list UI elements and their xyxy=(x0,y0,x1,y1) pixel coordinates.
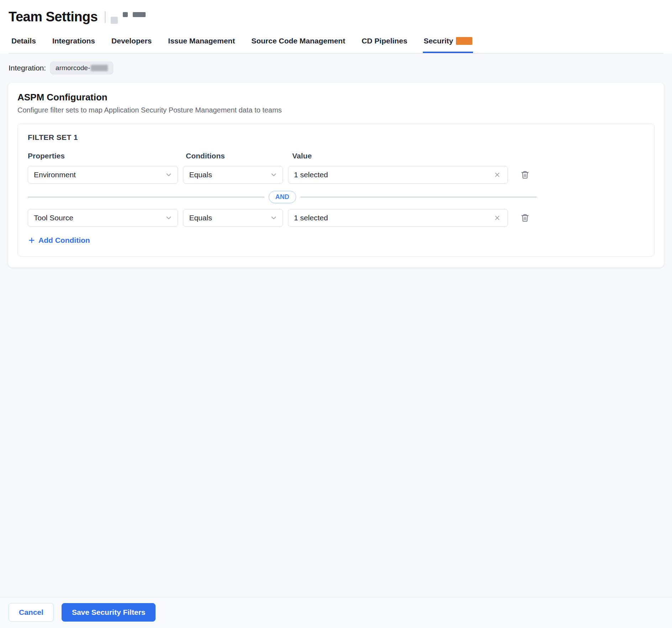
tab-source-code-management[interactable]: Source Code Management xyxy=(251,35,346,53)
aspm-card-subtitle: Configure filter sets to map Application… xyxy=(17,106,655,114)
value-multiselect[interactable]: 1 selected xyxy=(288,209,508,227)
redacted-block xyxy=(123,12,128,17)
redacted-block xyxy=(133,12,146,17)
page-header: Team Settings Details Integrations Devel… xyxy=(0,0,672,54)
redacted-block xyxy=(91,65,108,71)
value-selected-count: 1 selected xyxy=(294,171,328,179)
tab-label: Issue Management xyxy=(168,37,235,45)
clear-icon[interactable] xyxy=(492,169,503,180)
integration-label: Integration: xyxy=(9,64,46,72)
condition-row: Environment Equals 1 selec xyxy=(28,166,537,184)
column-headers: Properties Conditions Value xyxy=(28,152,537,160)
condition-select-value: Equals xyxy=(189,214,212,222)
content-spacer xyxy=(0,268,672,597)
value-selected-count: 1 selected xyxy=(294,214,328,222)
chevron-down-icon xyxy=(165,171,173,179)
redacted-badge xyxy=(456,37,472,45)
property-select[interactable]: Tool Source xyxy=(28,209,178,227)
main-content: Integration: armorcode- ASPM Configurati… xyxy=(0,54,672,268)
filter-set-title: FILTER SET 1 xyxy=(28,133,644,142)
save-security-filters-button[interactable]: Save Security Filters xyxy=(62,603,156,622)
page-title: Team Settings xyxy=(9,9,98,25)
tab-integrations[interactable]: Integrations xyxy=(52,35,96,53)
condition-select-value: Equals xyxy=(189,171,212,179)
filter-set-panel: FILTER SET 1 Properties Conditions Value… xyxy=(17,124,655,257)
title-row: Team Settings xyxy=(9,9,663,25)
integration-chip-text: armorcode- xyxy=(56,64,90,72)
chevron-down-icon xyxy=(270,171,278,179)
row-actions xyxy=(513,169,537,181)
tab-cd-pipelines[interactable]: CD Pipelines xyxy=(361,35,408,53)
divider xyxy=(28,197,264,197)
page: Team Settings Details Integrations Devel… xyxy=(0,0,672,628)
footer-action-bar: Cancel Save Security Filters xyxy=(0,597,672,628)
tab-label: Security xyxy=(424,37,453,45)
tab-label: Integrations xyxy=(52,37,95,45)
add-condition-label: Add Condition xyxy=(38,236,90,245)
redacted-block xyxy=(111,17,118,24)
tab-label: CD Pipelines xyxy=(362,37,407,45)
add-condition-button[interactable]: Add Condition xyxy=(28,236,90,245)
value-column-header: Value xyxy=(292,152,516,160)
property-select-value: Tool Source xyxy=(34,214,73,222)
filter-rows: Properties Conditions Value Environment xyxy=(28,152,537,246)
tab-issue-management[interactable]: Issue Management xyxy=(167,35,236,53)
condition-select[interactable]: Equals xyxy=(183,166,283,184)
and-badge[interactable]: AND xyxy=(269,191,296,203)
tab-bar: Details Integrations Developers Issue Ma… xyxy=(9,35,663,54)
condition-row: Tool Source Equals 1 selec xyxy=(28,209,537,227)
integration-chip[interactable]: armorcode- xyxy=(50,62,113,74)
delete-condition-button[interactable] xyxy=(519,212,531,224)
delete-condition-button[interactable] xyxy=(519,169,531,181)
row-actions xyxy=(513,212,537,224)
aspm-card-title: ASPM Configuration xyxy=(17,92,655,103)
condition-select[interactable]: Equals xyxy=(183,209,283,227)
value-multiselect[interactable]: 1 selected xyxy=(288,166,508,184)
integration-row: Integration: armorcode- xyxy=(8,62,664,76)
conditions-column-header: Conditions xyxy=(186,152,287,160)
and-connector: AND xyxy=(28,191,537,203)
tab-label: Details xyxy=(11,37,36,45)
chevron-down-icon xyxy=(270,214,278,222)
divider xyxy=(105,11,106,23)
trash-icon xyxy=(520,170,530,179)
trash-icon xyxy=(520,213,530,223)
property-select-value: Environment xyxy=(34,171,76,179)
properties-column-header: Properties xyxy=(28,152,181,160)
cancel-button[interactable]: Cancel xyxy=(9,603,54,622)
divider xyxy=(300,197,537,197)
tab-details[interactable]: Details xyxy=(11,35,37,53)
property-select[interactable]: Environment xyxy=(28,166,178,184)
tab-security[interactable]: Security xyxy=(423,35,473,53)
aspm-configuration-card: ASPM Configuration Configure filter sets… xyxy=(8,82,664,268)
tab-label: Developers xyxy=(111,37,152,45)
plus-icon xyxy=(28,236,36,244)
chevron-down-icon xyxy=(165,214,173,222)
tab-developers[interactable]: Developers xyxy=(111,35,152,53)
tab-label: Source Code Management xyxy=(251,37,345,45)
clear-icon[interactable] xyxy=(492,213,503,223)
